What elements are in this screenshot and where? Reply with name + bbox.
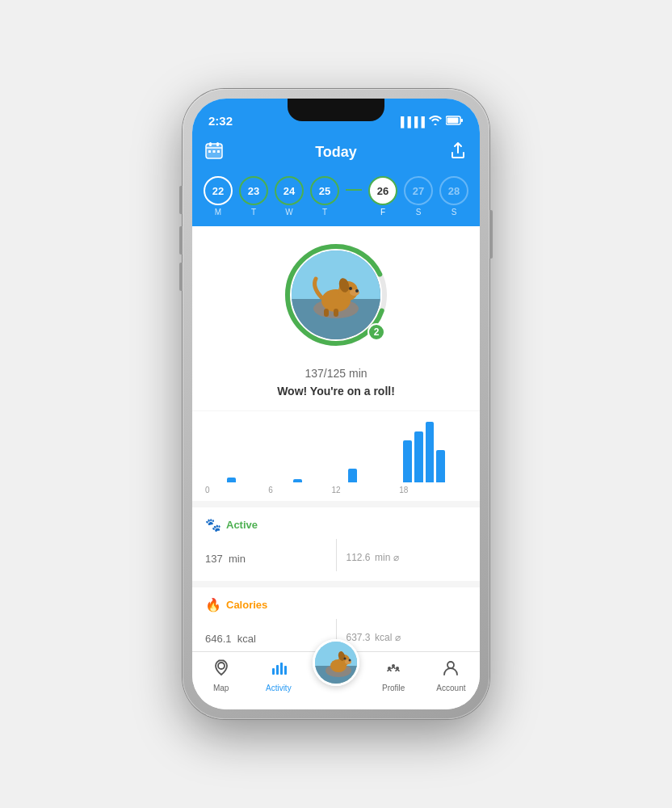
nav-center-dog [315,642,357,684]
active-unit: min [229,553,246,565]
svg-point-35 [349,659,351,662]
active-stats-row: 137 min 112.6 min ⌀ [205,539,467,571]
nav-profile[interactable]: Profile [365,659,422,692]
date-label-wed: W [285,208,292,217]
date-item-wed[interactable]: 24 W [275,176,304,217]
phone-screen: 2:32 ▐▐▐▐ [192,99,480,709]
active-minutes: 137 [205,553,223,565]
date-selector: 22 M 23 T 24 W 25 T 26 F 27 S [192,170,480,226]
date-label-fri: F [380,208,385,217]
profile-section: 2 137/125 min Wow! You're on a roll! [192,226,480,410]
svg-point-20 [349,287,352,290]
chart-bar [403,440,412,482]
chart-bar [359,481,368,482]
date-circle-25: 25 [310,176,339,205]
chart-bar [447,481,456,482]
nav-activity[interactable]: Activity [250,659,307,692]
svg-rect-27 [284,666,287,675]
svg-point-23 [218,663,225,669]
activity-minutes: 137/125 min [304,357,367,383]
minutes-value: 137 [304,367,323,380]
calories-avg-value: 637.3 [346,632,371,643]
chart-bar [282,481,291,482]
account-icon [442,659,460,681]
battery-icon [446,116,464,128]
chart-bar [338,481,346,482]
date-label-mon: M [215,208,221,217]
chart-label-0: 0 [205,486,210,494]
calories-icon: 🔥 [205,597,221,612]
svg-point-19 [355,289,359,292]
date-item-fri[interactable]: 26 F [368,176,397,217]
nav-center-button[interactable] [313,639,359,686]
phone-frame: 2:32 ▐▐▐▐ [183,89,489,719]
date-item-sat[interactable]: 27 S [404,176,433,217]
chart-bar [205,481,214,482]
active-icon: 🐾 [205,517,221,532]
chart-label-18: 18 [399,486,408,494]
dog-illustration [292,250,380,339]
chart-label-12: 12 [331,486,340,494]
active-avg-value: 112.6 [346,552,371,563]
chart-bar [381,481,390,482]
chart-bar [304,481,313,482]
status-time: 2:32 [208,114,233,128]
chart-bar [326,481,335,482]
bottom-nav: Map Activity [192,651,480,709]
activity-icon [270,659,288,681]
date-item-sun[interactable]: 28 S [439,176,468,217]
chart-bar [293,479,302,482]
svg-rect-8 [213,150,216,153]
active-value: 137 min [205,543,326,568]
svg-point-36 [344,658,346,660]
chart-bar [250,481,258,482]
chart-labels: 0 6 12 18 [205,486,467,494]
active-stats-header: 🐾 Active [205,517,467,532]
date-item-tue[interactable]: 23 T [239,176,268,217]
date-label-sat: S [416,208,422,217]
chart-bar [414,431,423,482]
calories-unit: kcal [237,633,256,645]
date-circle-28: 28 [439,176,468,205]
active-stats-section: 🐾 Active 137 min 112.6 min ⌀ [192,507,480,581]
date-connector [346,189,362,191]
date-circle-23: 23 [239,176,268,205]
nav-map[interactable]: Map [192,659,250,692]
date-label-tue: T [251,208,256,217]
nav-map-label: Map [213,684,229,692]
date-item-thu[interactable]: 25 T [310,176,339,217]
svg-rect-7 [208,150,211,153]
share-icon[interactable] [449,141,467,163]
chart-bar [436,450,445,482]
status-icons: ▐▐▐▐ [397,116,464,128]
chart-bar [260,481,269,482]
date-item-mon[interactable]: 22 M [204,176,233,217]
badge-count: 2 [368,323,385,341]
date-circle-22: 22 [204,176,233,205]
svg-rect-2 [461,119,464,122]
date-circle-26: 26 [368,176,397,205]
signal-icon: ▐▐▐▐ [397,116,425,128]
chart-bar [370,481,379,482]
calories-value: 646.1 kcal [205,623,326,648]
calories-stats-header: 🔥 Calories [205,597,467,612]
app-header: Today [192,134,480,170]
header-title: Today [315,144,357,161]
chart-bar [315,481,324,482]
calories-avg: 637.3 kcal ⌀ [346,626,468,645]
calories-avg-unit: kcal ⌀ [375,632,401,643]
chart-label-6: 6 [268,486,273,494]
svg-rect-6 [216,142,219,146]
calendar-icon[interactable] [205,141,223,163]
date-circle-24: 24 [275,176,304,205]
svg-rect-22 [334,309,338,317]
minutes-goal: /125 min [324,367,368,380]
svg-rect-5 [209,142,212,146]
chart-bar [458,481,467,482]
svg-point-40 [447,662,454,668]
profile-ring[interactable]: 2 [284,242,388,347]
svg-rect-26 [280,663,283,675]
nav-profile-label: Profile [382,684,405,692]
active-avg-unit: min ⌀ [375,552,399,563]
nav-account[interactable]: Account [422,659,480,692]
